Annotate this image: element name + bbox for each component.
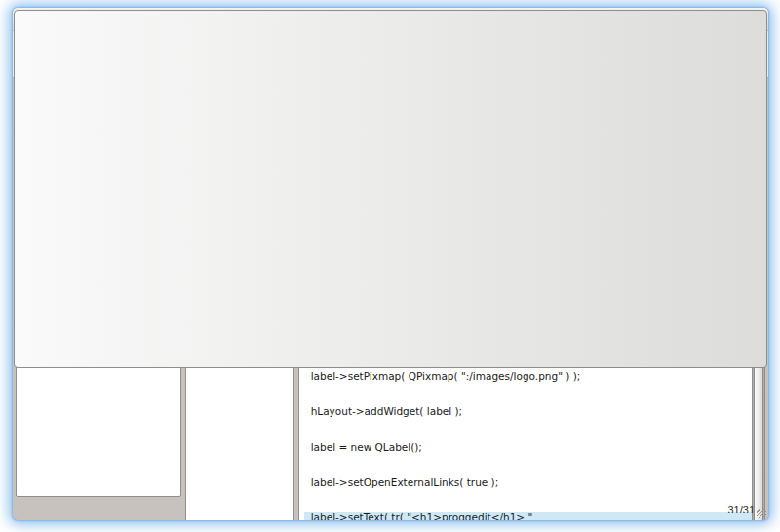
dock-area: Context ◇ ✕ ✔ Context Items ✔ AboutDialo… — [13, 78, 768, 499]
qt-linguist-window: /home/daniel/codes/proggen/wiki/framewor… — [13, 8, 768, 520]
resize-grip[interactable] — [757, 509, 766, 518]
scrollbar-thumb[interactable] — [14, 10, 767, 368]
statusbar: 31/31 — [13, 499, 768, 520]
translation-progress-count: 31/31 — [727, 504, 755, 515]
